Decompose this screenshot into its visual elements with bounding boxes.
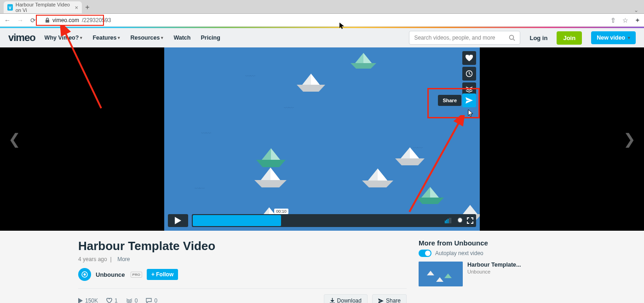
play-button[interactable]: [168, 214, 188, 227]
svg-marker-13: [270, 168, 280, 180]
close-tab-icon[interactable]: ×: [75, 4, 78, 11]
uploader-avatar[interactable]: [78, 268, 91, 281]
login-link[interactable]: Log in: [529, 35, 547, 41]
next-video-arrow[interactable]: ❯: [623, 130, 636, 148]
favicon-icon: v: [7, 4, 13, 11]
share-tooltip-wrap: Share: [438, 93, 476, 107]
browser-toolbar: ← → ⟳ vimeo.com/229320593 ⇧ ☆ ✦: [0, 14, 644, 27]
more-link[interactable]: More: [117, 256, 130, 262]
collections-stat[interactable]: 0: [126, 297, 138, 303]
autoplay-row[interactable]: Autoplay next video: [419, 250, 566, 257]
video-title: Harbour Template Video: [78, 239, 407, 253]
nav-resources[interactable]: Resources▾: [130, 35, 163, 41]
search-input[interactable]: Search videos, people, and more: [409, 31, 520, 45]
nav-why-vimeo[interactable]: Why Vimeo?▾: [45, 35, 83, 41]
share-button[interactable]: [462, 93, 476, 107]
plays-stat: 150K: [78, 297, 98, 303]
settings-icon[interactable]: [457, 217, 463, 224]
boat-icon: [254, 166, 287, 187]
window-expand-icon[interactable]: ⌄: [634, 7, 638, 13]
new-video-button[interactable]: New video▾: [591, 31, 636, 44]
svg-marker-24: [269, 207, 275, 214]
related-thumbnail[interactable]: [419, 262, 463, 286]
svg-marker-10: [271, 148, 280, 160]
comments-stat[interactable]: 0: [146, 297, 157, 303]
vimeo-logo[interactable]: vimeo: [8, 32, 35, 44]
nav-watch[interactable]: Watch: [173, 35, 190, 41]
lock-icon: [45, 17, 50, 23]
svg-marker-37: [78, 298, 83, 303]
svg-marker-26: [463, 205, 477, 214]
tab-title: Harbour Template Video on Vi: [16, 2, 72, 13]
search-icon: [509, 35, 515, 41]
svg-marker-7: [311, 74, 320, 85]
nav-pricing[interactable]: Pricing: [201, 35, 220, 41]
svg-marker-5: [297, 85, 325, 92]
main-nav: Why Vimeo?▾ Features▾ Resources▾ Watch P…: [45, 35, 220, 41]
forward-button[interactable]: →: [17, 17, 24, 24]
svg-rect-30: [446, 220, 447, 223]
browser-tab[interactable]: v Harbour Template Video on Vi ×: [4, 1, 82, 13]
related-title[interactable]: Harbour Template...: [467, 262, 521, 268]
uploader-row: Unbounce PRO + Follow: [78, 268, 407, 281]
extensions-icon[interactable]: ✦: [635, 17, 640, 24]
autoplay-toggle[interactable]: [419, 250, 431, 257]
back-button[interactable]: ←: [4, 17, 11, 24]
video-stats: 150K 1 0 0 Download Share: [78, 288, 407, 303]
nav-features[interactable]: Features▾: [92, 35, 120, 41]
svg-marker-22: [430, 187, 439, 198]
video-meta: 4 years ago | More: [78, 256, 407, 262]
bookmark-icon[interactable]: ☆: [622, 17, 628, 24]
video-player[interactable]: 〰〰 〰〰 〰〰 〰〰 〰〰 〰〰 Share: [164, 47, 480, 231]
new-tab-button[interactable]: +: [82, 1, 93, 13]
fullscreen-icon[interactable]: [467, 217, 473, 224]
progress-fill: [193, 215, 281, 226]
uploader-name[interactable]: Unbounce: [96, 271, 125, 278]
join-button[interactable]: Join: [557, 31, 582, 45]
svg-rect-29: [445, 221, 446, 223]
svg-marker-20: [416, 198, 444, 204]
like-button[interactable]: [462, 51, 476, 65]
svg-marker-19: [378, 169, 387, 181]
svg-rect-32: [449, 218, 450, 223]
cursor-icon: [468, 109, 474, 117]
related-video[interactable]: Harbour Template... Unbounce: [419, 262, 566, 286]
prev-video-arrow[interactable]: ❮: [8, 130, 21, 148]
svg-point-0: [510, 35, 514, 40]
boat-icon: [297, 72, 325, 92]
chevron-down-icon: ▾: [118, 35, 120, 40]
related-user[interactable]: Unbounce: [467, 269, 521, 274]
sidebar: More from Unbounce Autoplay next video H…: [419, 239, 566, 303]
boat-icon: [256, 147, 286, 167]
share-below-button[interactable]: Share: [372, 294, 407, 303]
svg-marker-2: [351, 63, 376, 69]
right-controls: [445, 217, 473, 224]
search-placeholder: Search videos, people, and more: [414, 35, 495, 41]
likes-stat[interactable]: 1: [106, 297, 118, 303]
chevron-down-icon: ▾: [628, 35, 630, 40]
svg-marker-14: [395, 158, 425, 165]
reload-button[interactable]: ⟳: [29, 17, 37, 24]
svg-rect-31: [448, 219, 448, 223]
svg-marker-28: [175, 217, 181, 224]
svg-marker-16: [410, 147, 419, 158]
boat-icon: [362, 167, 393, 187]
svg-point-36: [84, 274, 86, 276]
time-tooltip: 00:10: [274, 209, 288, 214]
posted-time: 4 years ago: [78, 256, 107, 262]
progress-bar[interactable]: 00:10: [192, 214, 476, 227]
follow-button[interactable]: + Follow: [147, 269, 178, 280]
chevron-down-icon: ▾: [80, 35, 82, 40]
video-stage: ❮ ❯ 〰〰 〰〰 〰〰 〰〰 〰〰 〰〰 Share: [0, 47, 644, 231]
share-page-icon[interactable]: ⇧: [610, 17, 616, 24]
svg-rect-33: [450, 218, 451, 223]
address-bar[interactable]: vimeo.com/229320593: [42, 17, 605, 23]
watch-later-button[interactable]: [462, 67, 476, 81]
player-actions: [462, 51, 476, 96]
boat-icon: [351, 52, 376, 69]
pro-badge: PRO: [131, 272, 142, 278]
svg-marker-17: [362, 181, 393, 187]
download-button[interactable]: Download: [324, 294, 368, 303]
share-tooltip-label: Share: [438, 95, 461, 106]
volume-icon[interactable]: [445, 218, 453, 223]
